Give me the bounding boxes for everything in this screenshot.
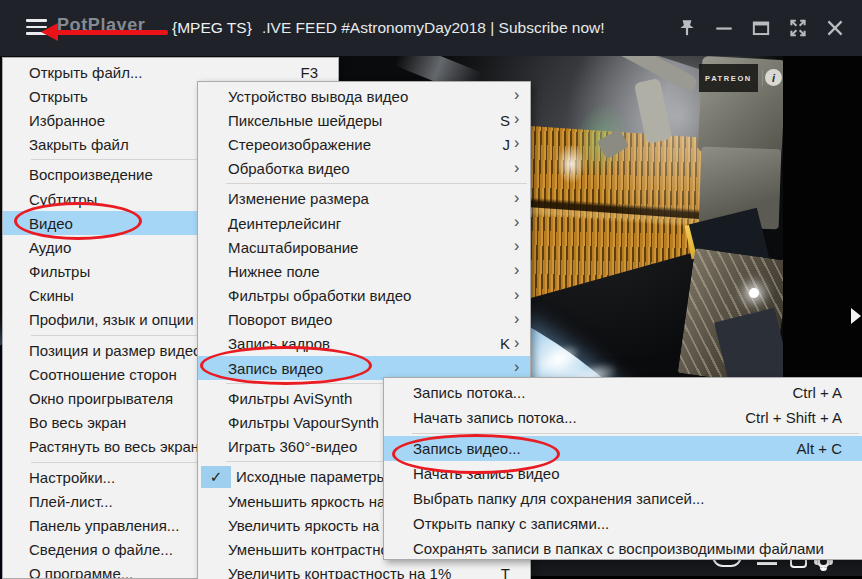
menu-item[interactable]: Деинтерлейсинг› [198, 211, 530, 235]
menu-item-label: Воспроизведение [29, 166, 153, 183]
menu-item[interactable]: Открыть папку с записями... [384, 511, 862, 536]
hamburger-icon [26, 19, 47, 22]
white-lens-artifact [556, 144, 586, 184]
menu-item-label: Фильтры VapourSynth [228, 414, 379, 431]
menu-item-label: Запись кадров [228, 335, 330, 352]
menu-item-label: Исходные параметры [236, 468, 387, 485]
menu-item[interactable]: Запись потока...Ctrl + A [384, 380, 862, 405]
check-spacer [198, 260, 228, 282]
check-spacer [198, 236, 228, 258]
menu-item-label: Избранное [29, 112, 105, 129]
menu-item-label: Начать запись видео [413, 465, 560, 482]
menu-item-label: Запись видео [228, 360, 323, 377]
menu-item-label: Запись потока... [413, 384, 525, 401]
menu-item-label: Во весь экран [29, 414, 126, 431]
info-icon[interactable]: i [765, 69, 782, 86]
check-spacer [3, 164, 29, 186]
checkmark-icon: ✓ [201, 466, 231, 488]
check-spacer [3, 388, 29, 410]
menu-item-label: Сведения о файле... [29, 541, 173, 558]
menu-item-label: Закрыть файл [29, 136, 129, 153]
submenu-arrow-icon: › [514, 238, 530, 254]
check-spacer [3, 412, 29, 434]
menu-item-label: Панель управления... [29, 517, 179, 534]
submenu-arrow-icon: › [514, 262, 530, 278]
submenu-arrow-icon: › [514, 111, 530, 127]
check-spacer [3, 61, 29, 83]
menu-item[interactable]: Начать запись видео [384, 461, 862, 486]
check-spacer [384, 538, 413, 560]
menu-item-label: Обработка видео [228, 160, 350, 177]
submenu-arrow-icon: › [514, 359, 530, 375]
menu-item-label: Профили, язык и опции [29, 311, 194, 328]
check-spacer [198, 109, 228, 131]
check-spacer [198, 538, 228, 560]
check-spacer [384, 513, 413, 535]
menu-item[interactable]: Увеличить контрастность на 1%T [198, 562, 530, 579]
menu-button[interactable] [26, 19, 48, 38]
menu-item[interactable]: Обработка видео› [198, 157, 530, 181]
menu-item-shortcut: Alt + C [797, 440, 848, 457]
menu-item-label: Сохранять записи в папках с воспроизводи… [413, 540, 824, 557]
menu-item[interactable]: Фильтры обработки видео› [198, 284, 530, 308]
menu-item-label: Аудио [29, 239, 71, 256]
menu-item-shortcut: F3 [300, 64, 322, 81]
menu-item-shortcut: Ctrl + Shift + A [745, 409, 848, 426]
check-spacer [198, 387, 228, 409]
menu-item[interactable]: Устройство вывода видео› [198, 84, 530, 108]
menu-separator [226, 183, 527, 184]
check-spacer [198, 514, 228, 536]
minimize-button[interactable] [713, 17, 735, 39]
submenu-arrow-icon: › [514, 287, 530, 303]
check-spacer [384, 382, 413, 404]
patreon-badge[interactable]: PATREON i [699, 64, 758, 92]
check-spacer [3, 339, 29, 361]
menu-item[interactable]: Выбрать папку для сохранения записей... [384, 486, 862, 511]
hamburger-icon [26, 26, 47, 29]
fullscreen-button[interactable] [787, 17, 809, 39]
pin-button[interactable] [676, 17, 698, 39]
check-spacer [198, 309, 228, 331]
maximize-button[interactable] [750, 17, 772, 39]
menu-item-label: Устройство вывода видео [228, 88, 408, 105]
title-bar: PotPlayer {MPEG TS} .IVE FEED #Astronomy… [0, 0, 862, 56]
close-button[interactable] [824, 17, 846, 39]
submenu-arrow-icon: › [514, 87, 530, 103]
menu-item-label: Видео [29, 215, 73, 232]
menu-item[interactable]: Поворот видео› [198, 308, 530, 332]
menu-item[interactable]: Изменение размера› [198, 187, 530, 211]
check-spacer [198, 436, 228, 458]
menu-item[interactable]: Запись видео...Alt + C [384, 436, 862, 461]
menu-item-label: Стереоизображение [228, 136, 371, 153]
menu-item[interactable]: Нижнее поле› [198, 259, 530, 283]
playlist-next-arrow-icon[interactable] [851, 308, 861, 324]
menu-item-label: Позиция и размер видео [29, 342, 201, 359]
menu-item-label: Начать запись потока... [413, 409, 577, 426]
submenu-arrow-icon: › [514, 311, 530, 327]
menu-item-label: Открыть папку с записями... [413, 515, 609, 532]
submenu-record-video: Запись потока...Ctrl + AНачать запись по… [383, 377, 862, 560]
check-spacer [198, 285, 228, 307]
menu-item-label: Соотношение сторон [29, 366, 177, 383]
menu-item-shortcut: K [500, 335, 514, 352]
menu-item[interactable]: Масштабирование› [198, 235, 530, 259]
menu-item-shortcut: T [501, 565, 514, 579]
menu-item-label: Деинтерлейсинг [228, 215, 341, 232]
menu-item[interactable]: Начать запись потока...Ctrl + Shift + A [384, 405, 862, 430]
check-spacer [3, 285, 29, 307]
menu-item-label: Настройки... [29, 469, 115, 486]
station-light [749, 288, 759, 298]
menu-item[interactable]: Сохранять записи в папках с воспроизводи… [384, 536, 862, 560]
check-spacer [3, 490, 29, 512]
osd-line-icon[interactable] [757, 562, 777, 565]
submenu-arrow-icon: › [514, 190, 530, 206]
menu-item[interactable]: СтереоизображениеJ› [198, 132, 530, 156]
check-spacer [3, 539, 29, 561]
menu-item[interactable]: Запись кадровK› [198, 332, 530, 356]
check-spacer [198, 563, 228, 579]
menu-separator [412, 433, 859, 434]
menu-item[interactable]: Пиксельные шейдерыS› [198, 108, 530, 132]
check-spacer [3, 109, 29, 131]
menu-item-label: Пиксельные шейдеры [228, 112, 382, 129]
menu-item-label: Нижнее поле [228, 263, 320, 280]
